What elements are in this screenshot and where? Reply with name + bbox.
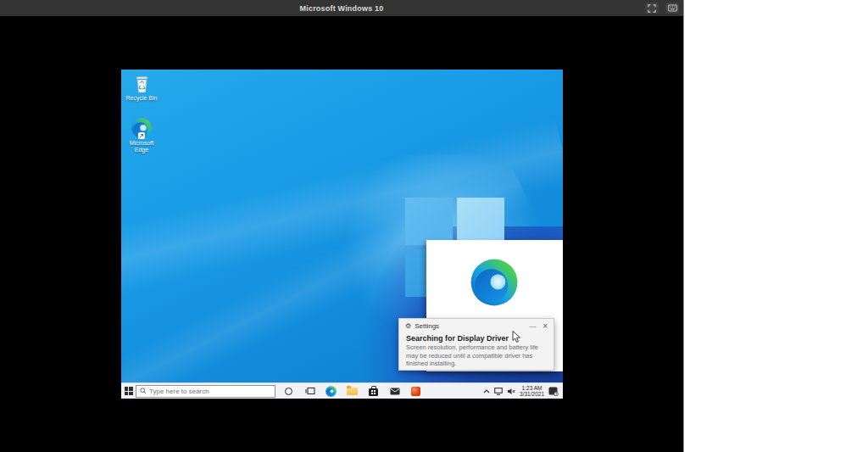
cortana-button[interactable]: [278, 383, 299, 399]
tray-date: 3/31/2021: [520, 391, 544, 398]
toast-body: Screen resolution, performance and batte…: [406, 343, 547, 368]
cortana-icon: [285, 388, 292, 395]
store-button[interactable]: [363, 383, 384, 399]
taskbar-search-box[interactable]: [136, 385, 275, 398]
fullscreen-icon: [648, 4, 656, 13]
desktop-icon-label: Microsoft Edge: [122, 140, 161, 153]
edge-taskbar-button[interactable]: [320, 383, 342, 399]
settings-gear-icon: ⚙: [405, 323, 411, 330]
taskbar: 1:23 AM 3/31/2021: [121, 382, 563, 399]
volume-icon[interactable]: [507, 388, 515, 395]
windows-start-icon: [125, 387, 133, 395]
vm-viewer-window: Microsoft Windows 10: [0, 0, 684, 452]
tray-time: 1:23 AM: [520, 385, 544, 392]
vm-controls: [645, 3, 679, 14]
taskbar-app-icons: [278, 383, 426, 399]
toast-app-name: Settings: [415, 322, 439, 330]
tray-chevron-icon[interactable]: [483, 389, 490, 393]
mail-icon: [390, 388, 400, 395]
toast-header: ⚙ Settings — ×: [399, 319, 554, 332]
display-icon[interactable]: [494, 388, 503, 395]
edge-logo: [470, 259, 518, 306]
tray-clock[interactable]: 1:23 AM 3/31/2021: [520, 385, 544, 398]
task-view-icon: [305, 387, 315, 395]
edge-icon: [326, 386, 337, 397]
mail-button[interactable]: [384, 383, 405, 399]
recycle-bin-icon: [134, 75, 150, 93]
file-explorer-icon: [347, 388, 358, 395]
desktop-icon-label: Recycle Bin: [126, 95, 158, 102]
toast-minimize-button[interactable]: —: [529, 322, 536, 330]
toast-title: Searching for Display Driver: [406, 334, 547, 343]
toast-close-icon[interactable]: ×: [542, 323, 548, 330]
notification-toast[interactable]: ⚙ Settings — × Searching for Display Dri…: [398, 318, 554, 371]
file-explorer-button[interactable]: [342, 383, 363, 399]
fullscreen-button[interactable]: [645, 3, 659, 14]
shortcut-badge-icon: [138, 132, 145, 139]
office-button[interactable]: [405, 383, 426, 399]
keyboard-button[interactable]: [665, 3, 679, 14]
vm-window-title: Microsoft Windows 10: [300, 4, 384, 13]
office-icon: [411, 387, 420, 396]
task-view-button[interactable]: [299, 383, 320, 399]
keyboard-icon: [668, 4, 677, 12]
action-center-icon[interactable]: [548, 387, 559, 396]
store-icon: [369, 388, 378, 396]
search-input[interactable]: [149, 388, 268, 395]
search-icon: [140, 388, 147, 394]
vm-titlebar: Microsoft Windows 10: [0, 0, 683, 16]
desktop-icon-microsoft-edge[interactable]: Microsoft Edge: [122, 118, 161, 153]
desktop-icon-recycle-bin[interactable]: Recycle Bin: [122, 75, 161, 102]
edge-icon: [131, 118, 152, 138]
start-button[interactable]: [121, 383, 136, 399]
system-tray: 1:23 AM 3/31/2021: [483, 385, 563, 398]
vm-guest-screen[interactable]: Recycle Bin Microsoft Edge ⚙ Settings: [121, 70, 563, 399]
